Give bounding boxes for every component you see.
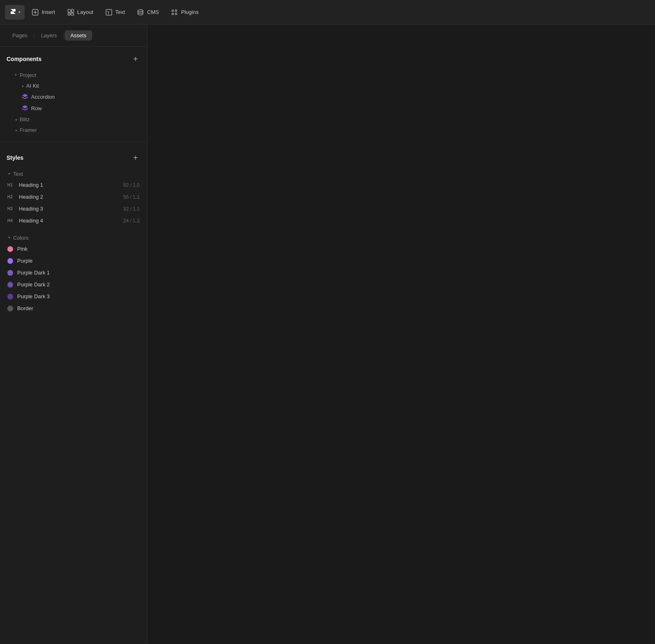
- component-icon-accordion: [21, 93, 29, 100]
- svg-rect-6: [71, 13, 74, 15]
- style-item-h1[interactable]: H1 Heading 1 82 / 1.0: [7, 179, 140, 191]
- body-layout: Pages Layers Assets Components + ▸ Proje…: [0, 25, 655, 644]
- svg-point-11: [175, 10, 177, 11]
- arrow-ai-kit: ▸: [20, 82, 26, 89]
- components-section: Components + ▸ Project ▸ AI Kit: [0, 47, 147, 138]
- add-style-button[interactable]: +: [131, 153, 140, 163]
- tab-pages[interactable]: Pages: [7, 30, 33, 41]
- arrow-framer: ▸: [13, 127, 20, 133]
- tab-assets[interactable]: Assets: [65, 30, 92, 41]
- arrow-colors-group: ▸: [7, 234, 13, 241]
- tree-label-framer: Framer: [20, 127, 140, 133]
- plugins-button[interactable]: Plugins: [165, 6, 203, 19]
- tree-label-row: Row: [31, 105, 140, 111]
- color-label-border: Border: [17, 305, 33, 311]
- arrow-project: ▸: [13, 72, 20, 78]
- color-dot-purple-dark-2: [7, 282, 13, 288]
- sidebar: Pages Layers Assets Components + ▸ Proje…: [0, 25, 147, 644]
- logo-chevron-icon: ▾: [18, 10, 20, 14]
- svg-point-12: [172, 13, 174, 15]
- styles-title: Styles: [7, 154, 23, 161]
- svg-rect-3: [68, 9, 71, 12]
- layout-icon: [67, 8, 75, 16]
- sidebar-tabs: Pages Layers Assets: [0, 25, 147, 47]
- layout-label: Layout: [77, 9, 93, 15]
- h1-name: Heading 1: [19, 182, 123, 188]
- svg-rect-4: [72, 9, 74, 12]
- h2-meta: 56 / 1.1: [123, 194, 140, 200]
- color-item-pink[interactable]: Pink: [7, 243, 140, 255]
- text-label: Text: [115, 9, 125, 15]
- color-dot-purple-dark-3: [7, 294, 13, 299]
- component-icon-row: [21, 104, 29, 112]
- spacer-1: [7, 227, 140, 232]
- tree-item-ai-kit[interactable]: ▸ AI Kit: [7, 80, 140, 91]
- h1-meta: 82 / 1.0: [123, 182, 140, 188]
- h3-badge: H3: [7, 206, 19, 211]
- color-label-purple-dark-3: Purple Dark 3: [17, 293, 50, 299]
- h3-meta: 32 / 1.1: [123, 206, 140, 212]
- tree-item-accordion[interactable]: Accordion: [7, 91, 140, 102]
- cms-label: CMS: [147, 9, 159, 15]
- style-item-h4[interactable]: H4 Heading 4 24 / 1.3: [7, 215, 140, 227]
- styles-colors-group[interactable]: ▸ Colors: [7, 232, 140, 243]
- color-item-purple[interactable]: Purple: [7, 255, 140, 267]
- tab-layers[interactable]: Layers: [35, 30, 63, 41]
- color-item-border[interactable]: Border: [7, 302, 140, 314]
- tree-item-blitz[interactable]: ▸ Blitz: [7, 114, 140, 125]
- topnav: ▾ Insert Layout T: [0, 0, 655, 25]
- tree-item-framer[interactable]: ▸ Framer: [7, 125, 140, 135]
- svg-rect-5: [68, 13, 70, 15]
- h4-meta: 24 / 1.3: [123, 218, 140, 224]
- styles-text-label: Text: [13, 171, 140, 177]
- styles-text-group[interactable]: ▸ Text: [7, 168, 140, 179]
- color-item-purple-dark-1[interactable]: Purple Dark 1: [7, 267, 140, 279]
- insert-button[interactable]: Insert: [26, 6, 60, 19]
- color-label-purple-dark-1: Purple Dark 1: [17, 270, 50, 276]
- h2-badge: H2: [7, 195, 19, 199]
- tree-item-row[interactable]: Row: [7, 102, 140, 114]
- logo-icon: [9, 8, 17, 16]
- tab-divider-2: [63, 32, 64, 39]
- text-icon: T: [105, 8, 113, 16]
- styles-header: Styles +: [7, 153, 140, 163]
- color-dot-border: [7, 306, 13, 311]
- color-label-purple-dark-2: Purple Dark 2: [17, 281, 50, 288]
- tab-divider-1: [34, 32, 34, 39]
- components-header: Components +: [7, 54, 140, 64]
- components-title: Components: [7, 56, 42, 62]
- tree-label-project: Project: [20, 72, 140, 78]
- logo-button[interactable]: ▾: [5, 5, 25, 20]
- color-item-purple-dark-3[interactable]: Purple Dark 3: [7, 290, 140, 302]
- svg-point-9: [138, 9, 143, 11]
- color-dot-purple-dark-1: [7, 270, 13, 276]
- styles-section: Styles + ▸ Text H1 Heading 1 82 / 1.0 H2…: [0, 145, 147, 317]
- canvas-area: [147, 25, 655, 644]
- tree-item-project[interactable]: ▸ Project: [7, 70, 140, 80]
- color-label-pink: Pink: [17, 246, 27, 252]
- text-button[interactable]: T Text: [100, 6, 130, 19]
- h3-name: Heading 3: [19, 206, 123, 212]
- color-item-purple-dark-2[interactable]: Purple Dark 2: [7, 279, 140, 290]
- arrow-text-group: ▸: [7, 170, 13, 177]
- add-component-button[interactable]: +: [131, 54, 140, 64]
- cms-icon: [136, 8, 145, 16]
- plugins-label: Plugins: [181, 9, 199, 15]
- insert-label: Insert: [42, 9, 55, 15]
- cms-button[interactable]: CMS: [131, 6, 164, 19]
- color-label-purple: Purple: [17, 258, 33, 264]
- svg-text:T: T: [107, 11, 110, 15]
- svg-point-10: [172, 10, 174, 11]
- h4-name: Heading 4: [19, 218, 123, 224]
- svg-point-13: [175, 13, 177, 15]
- styles-colors-label: Colors: [13, 235, 140, 241]
- h1-badge: H1: [7, 183, 19, 187]
- tree-label-ai-kit: AI Kit: [26, 83, 140, 89]
- style-item-h3[interactable]: H3 Heading 3 32 / 1.1: [7, 203, 140, 215]
- h4-badge: H4: [7, 218, 19, 223]
- insert-icon: [31, 8, 39, 16]
- plugins-icon: [170, 8, 178, 16]
- layout-button[interactable]: Layout: [62, 6, 98, 19]
- color-dot-purple: [7, 258, 13, 264]
- style-item-h2[interactable]: H2 Heading 2 56 / 1.1: [7, 191, 140, 203]
